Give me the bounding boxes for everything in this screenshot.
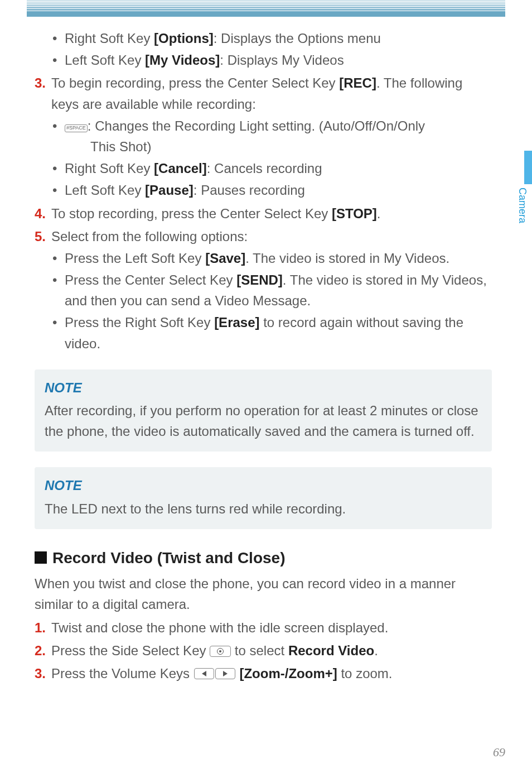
key-label: [Options] — [154, 31, 214, 46]
note-title: NOTE — [45, 475, 482, 496]
list-item: • Right Soft Key [Options]: Displays the… — [35, 28, 492, 49]
step-4: 4. To stop recording, press the Center S… — [35, 203, 492, 224]
page-content: • Right Soft Key [Options]: Displays the… — [35, 27, 492, 684]
section-intro: When you twist and close the phone, you … — [35, 573, 492, 614]
list-item: • Press the Center Select Key [SEND]. Th… — [35, 270, 492, 311]
text: Right Soft Key — [65, 31, 154, 46]
section-heading: Record Video (Twist and Close) — [35, 546, 492, 570]
text: Press the Center Select Key — [65, 272, 236, 287]
step-number: 1. — [35, 617, 51, 638]
note-body: After recording, if you perform no opera… — [45, 400, 482, 441]
text: Twist and close the phone with the idle … — [51, 617, 492, 638]
key-label: [STOP] — [332, 206, 377, 221]
text: Press the Volume Keys — [51, 666, 194, 681]
key-label: [Zoom-/Zoom+] — [239, 666, 337, 681]
step-number: 2. — [35, 640, 51, 661]
section-heading-text: Record Video (Twist and Close) — [52, 546, 285, 570]
list-item: • #SPACE: Changes the Recording Light se… — [35, 116, 492, 136]
text: . The video is stored in My Videos. — [245, 251, 449, 266]
text: Press the Left Soft Key — [65, 251, 205, 266]
text: : Displays My Videos — [220, 52, 344, 68]
key-label: Record Video — [288, 643, 374, 658]
key-label: [Cancel] — [154, 161, 207, 176]
text: Press the Side Select Key — [51, 643, 210, 658]
text: Select from the following options: — [51, 226, 492, 247]
step-number: 3. — [35, 73, 51, 114]
key-label: [Pause] — [145, 183, 194, 198]
step-5: 5. Select from the following options: — [35, 226, 492, 247]
step-number: 4. — [35, 203, 51, 224]
section-tab: Camera — [516, 151, 532, 240]
step-number: 3. — [35, 663, 51, 684]
step-3b: 3. Press the Volume Keys [Zoom-/Zoom+] t… — [35, 663, 492, 684]
key-label: [SEND] — [236, 272, 283, 287]
text: To begin recording, press the Center Sel… — [51, 75, 339, 90]
text: Right Soft Key — [65, 161, 154, 176]
list-item: • Right Soft Key [Cancel]: Cancels recor… — [35, 158, 492, 179]
text: to select — [231, 643, 288, 658]
step-2: 2. Press the Side Select Key to select R… — [35, 640, 492, 661]
list-item: • Left Soft Key [My Videos]: Displays My… — [35, 50, 492, 70]
step-3: 3. To begin recording, press the Center … — [35, 73, 492, 114]
key-label: [Save] — [205, 251, 245, 266]
text: Left Soft Key — [65, 183, 145, 198]
volume-up-key-icon — [215, 668, 235, 679]
page-number: 69 — [493, 745, 505, 760]
text: : Displays the Options menu — [214, 31, 381, 46]
text: Press the Right Soft Key — [65, 315, 214, 330]
text: To stop recording, press the Center Sele… — [51, 206, 332, 221]
step-1: 1. Twist and close the phone with the id… — [35, 617, 492, 638]
key-label: [My Videos] — [145, 52, 220, 68]
hash-key-icon: #SPACE — [65, 124, 88, 132]
side-select-key-icon — [210, 646, 231, 657]
square-bullet-icon — [35, 551, 47, 564]
key-label: [Erase] — [214, 315, 259, 330]
list-item: • Left Soft Key [Pause]: Pauses recordin… — [35, 180, 492, 200]
list-item: • Press the Left Soft Key [Save]. The vi… — [35, 248, 492, 268]
text: : Pauses recording — [194, 183, 305, 198]
text: Left Soft Key — [65, 52, 145, 68]
note-title: NOTE — [45, 377, 482, 398]
text: : Cancels recording — [207, 161, 322, 176]
text: . — [377, 206, 381, 221]
list-item: • Press the Right Soft Key [Erase] to re… — [35, 312, 492, 353]
text: : Changes the Recording Light setting. (… — [88, 118, 425, 133]
key-label: [REC] — [339, 75, 376, 90]
text: to zoom. — [337, 666, 393, 681]
note-box: NOTE After recording, if you perform no … — [35, 369, 492, 452]
step-number: 5. — [35, 226, 51, 247]
note-box: NOTE The LED next to the lens turns red … — [35, 467, 492, 529]
text: . — [374, 643, 378, 658]
volume-down-key-icon — [194, 668, 214, 679]
section-tab-label: Camera — [516, 188, 528, 223]
text-continuation: This Shot) — [35, 136, 492, 157]
note-body: The LED next to the lens turns red while… — [45, 498, 482, 519]
header-decoration — [27, 0, 505, 20]
